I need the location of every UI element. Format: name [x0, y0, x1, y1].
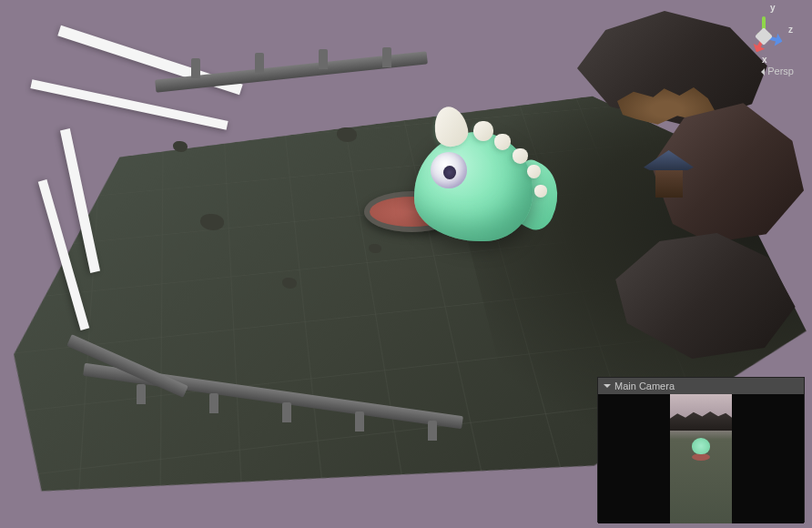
- camera-preview-render: [670, 394, 732, 523]
- axis-label-z: z: [788, 25, 793, 35]
- fence-post: [355, 411, 364, 432]
- debris-rock: [282, 278, 297, 289]
- pagoda-body: [655, 170, 683, 198]
- rock-formation: [612, 228, 803, 364]
- character-spike: [513, 148, 528, 164]
- debris-rock: [369, 244, 381, 253]
- pagoda-roof: [644, 150, 694, 170]
- character-spike: [494, 134, 511, 150]
- camera-preview-panel[interactable]: Main Camera: [597, 377, 805, 523]
- projection-toggle[interactable]: Persp: [757, 66, 794, 76]
- fence-post: [282, 402, 291, 422]
- debris-rock: [337, 127, 357, 142]
- character-horn: [473, 121, 493, 141]
- axis-label-x: x: [762, 55, 767, 65]
- fence-post: [137, 384, 146, 404]
- character-spike: [534, 185, 547, 198]
- fence-post: [319, 49, 328, 69]
- character-body: [414, 132, 533, 241]
- camera-preview-title: Main Camera: [614, 381, 675, 391]
- fence-post: [191, 58, 200, 78]
- scene-viewport[interactable]: y x z Persp Main Camera: [0, 0, 812, 528]
- axis-label-y: y: [770, 3, 776, 13]
- preview-character: [692, 438, 710, 454]
- camera-preview-body: [598, 394, 804, 523]
- character-pupil: [443, 166, 456, 179]
- fence-post: [382, 47, 391, 67]
- fence-post: [255, 53, 264, 73]
- preview-rocks: [670, 411, 732, 431]
- debris-rock: [200, 214, 224, 230]
- pagoda-structure: [644, 150, 694, 205]
- orientation-gizmo[interactable]: y x z: [732, 5, 796, 68]
- fence-post: [428, 421, 437, 441]
- debris-rock: [173, 141, 188, 152]
- player-character[interactable]: [396, 105, 555, 250]
- camera-preview-header[interactable]: Main Camera: [598, 378, 804, 394]
- character-spike: [527, 165, 541, 178]
- fence-post: [209, 393, 218, 413]
- character-eye: [431, 152, 467, 188]
- preview-platform: [692, 453, 710, 461]
